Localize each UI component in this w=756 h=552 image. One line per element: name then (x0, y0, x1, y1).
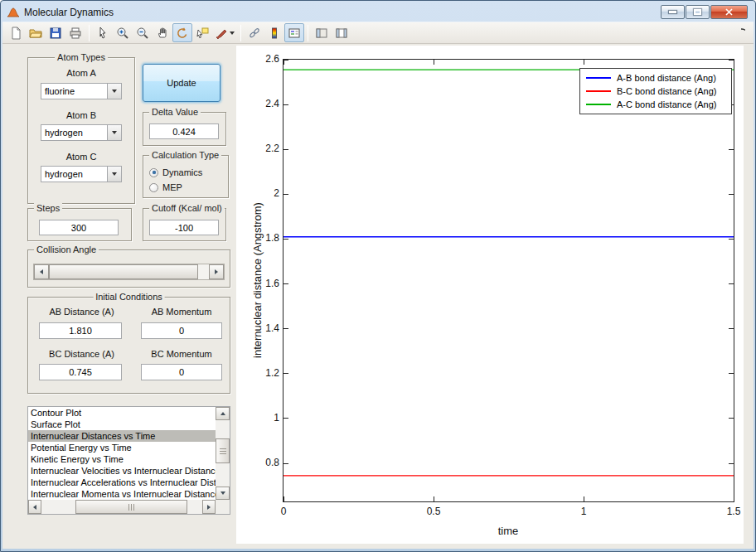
bc-momentum-label: BC Momentum (140, 349, 223, 359)
cutoff-input[interactable] (149, 220, 219, 235)
y-tick-label: 1.6 (246, 278, 279, 289)
dock-arrow-icon (739, 27, 745, 39)
axis-tick (729, 463, 734, 464)
plot-type-listbox[interactable]: Contour PlotSurface PlotInternuclear Dis… (27, 406, 230, 515)
vertical-scroll-thumb[interactable] (216, 438, 230, 463)
bc-momentum-input[interactable] (141, 364, 222, 380)
radio-button-icon[interactable] (149, 183, 158, 192)
rotate-3d-icon (176, 27, 189, 40)
x-tick-label: 0 (267, 506, 300, 517)
left-arrow-icon (40, 269, 43, 274)
slider-left-arrow[interactable] (34, 264, 49, 279)
ab-momentum-input[interactable] (141, 322, 222, 339)
dock-figure-button[interactable] (734, 25, 750, 41)
axis-tick (284, 328, 288, 329)
y-tick-label: 2.4 (246, 98, 279, 109)
zoom-in-icon (116, 27, 129, 40)
scroll-right-button[interactable] (202, 500, 216, 514)
plot-axes[interactable]: A-B bond distance (Ang)B-C bond distance… (283, 59, 734, 502)
print-figure-button[interactable] (65, 23, 85, 42)
maximize-button[interactable] (686, 5, 710, 19)
legend-label: B-C bond distance (Ang) (617, 86, 716, 96)
steps-title: Steps (34, 203, 62, 213)
brush-dropdown-arrow-icon[interactable] (230, 31, 235, 35)
axis-tick (734, 60, 734, 65)
link-plot-button[interactable] (245, 23, 264, 42)
slider-thumb[interactable] (49, 264, 198, 279)
list-item[interactable]: Potential Energy vs Time (28, 442, 216, 453)
insert-legend-button[interactable] (284, 23, 304, 42)
list-item[interactable]: Internuclear Velocities vs Internuclear … (28, 465, 216, 477)
legend-line-sample (586, 90, 611, 92)
axis-tick (284, 149, 288, 150)
axis-tick (284, 104, 288, 105)
matlab-app-icon (7, 6, 20, 19)
insert-colorbar-button[interactable] (264, 23, 284, 42)
scroll-down-button[interactable] (216, 487, 230, 500)
legend-entry: B-C bond distance (Ang) (580, 85, 731, 98)
steps-input[interactable] (39, 220, 119, 235)
y-tick-label: 2 (246, 187, 279, 199)
y-tick-label: 1.2 (246, 367, 279, 379)
pan-button[interactable] (153, 23, 172, 42)
legend-entry: A-B bond distance (Ang) (580, 71, 731, 85)
plot-panel: internuclear distance (Angstrom) A-B bon… (236, 46, 744, 544)
rotate-3d-button[interactable] (172, 23, 192, 42)
atom-c-dropdown[interactable]: hydrogen (41, 166, 122, 182)
new-figure-button[interactable] (6, 23, 26, 42)
radio-button-icon[interactable] (149, 168, 158, 177)
axis-tick (729, 239, 734, 240)
scroll-left-button[interactable] (28, 500, 41, 514)
open-file-button[interactable] (26, 23, 46, 42)
thumb-grip (128, 504, 134, 511)
axis-tick (729, 194, 734, 195)
axis-tick (729, 283, 734, 284)
slider-track[interactable] (198, 264, 209, 279)
zoom-out-button[interactable] (133, 23, 153, 42)
atom-a-dropdown[interactable]: fluorine (41, 83, 122, 99)
x-tick-label: 1 (567, 506, 600, 517)
hide-plot-tools-button[interactable] (312, 23, 332, 42)
edit-plot-button[interactable] (93, 23, 113, 42)
list-horizontal-scrollbar[interactable] (28, 500, 216, 514)
hide-plot-tools-icon (315, 27, 328, 40)
list-item[interactable]: Internuclear Momenta vs Internuclear Dis… (28, 488, 216, 500)
show-plot-tools-button[interactable] (332, 23, 351, 42)
brush-data-button[interactable] (212, 23, 237, 42)
ab-distance-input[interactable] (39, 322, 122, 339)
slider-right-arrow[interactable] (209, 264, 224, 279)
ab-distance-label: AB Distance (A) (34, 307, 129, 317)
link-plot-icon (248, 27, 261, 40)
horizontal-scroll-thumb[interactable] (75, 500, 187, 514)
radio-option-mep[interactable]: MEP (149, 180, 225, 195)
list-item[interactable]: Internuclear Distances vs Time (28, 430, 216, 442)
radio-option-dynamics[interactable]: Dynamics (149, 165, 225, 180)
atom-types-title: Atom Types (55, 52, 108, 62)
list-item[interactable]: Contour Plot (28, 407, 216, 419)
collision-angle-slider[interactable] (33, 264, 225, 280)
colorbar-icon (268, 27, 281, 40)
list-item[interactable]: Surface Plot (28, 419, 216, 430)
axis-tick (729, 373, 734, 374)
y-tick-label: 2.2 (246, 143, 279, 154)
bc-distance-input[interactable] (39, 364, 122, 380)
atom-b-dropdown-button[interactable] (107, 125, 121, 140)
atom-b-dropdown[interactable]: hydrogen (41, 124, 122, 141)
delta-value-input[interactable] (149, 123, 219, 139)
atom-c-dropdown-button[interactable] (107, 167, 121, 182)
plot-type-list-items: Contour PlotSurface PlotInternuclear Dis… (28, 407, 216, 500)
list-item[interactable]: Internuclear Accelerations vs Internucle… (28, 477, 216, 488)
printer-icon (69, 27, 82, 40)
atom-a-dropdown-button[interactable] (107, 84, 121, 99)
zoom-in-button[interactable] (113, 23, 133, 42)
minimize-button[interactable] (661, 5, 685, 19)
update-button[interactable]: Update (143, 64, 220, 102)
maximize-icon (694, 9, 701, 15)
close-button[interactable] (710, 5, 748, 19)
list-vertical-scrollbar[interactable] (216, 407, 230, 500)
data-cursor-button[interactable] (192, 23, 212, 42)
list-item[interactable]: Kinetic Energy vs Time (28, 453, 216, 465)
app-window: Molecular Dynamics (0, 0, 756, 552)
save-figure-button[interactable] (46, 23, 65, 42)
scroll-up-button[interactable] (216, 407, 230, 420)
